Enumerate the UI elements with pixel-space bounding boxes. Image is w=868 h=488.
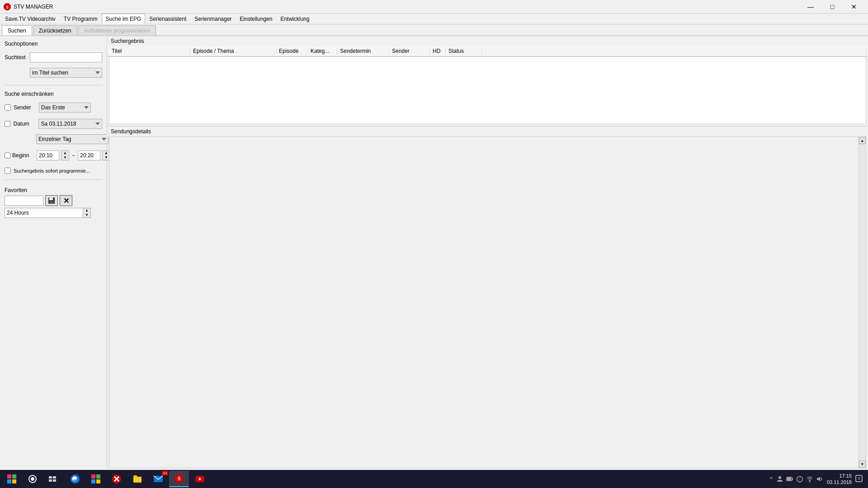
svg-text:S: S: [6, 5, 9, 9]
col-kateg: Kateg...: [308, 47, 337, 55]
datum-row: Datum Sa 03.11.2018 So 04.11.2018: [5, 119, 102, 129]
beginn-from-up[interactable]: ▲: [61, 151, 69, 155]
title-bar-controls: — □ ✕: [800, 0, 864, 14]
col-episode-thema: Episode / Thema: [190, 47, 276, 55]
search-mode-row: im Titel suchen im Thema suchen überall …: [30, 68, 102, 78]
maximize-button[interactable]: □: [822, 0, 843, 14]
search-mode-select[interactable]: im Titel suchen im Thema suchen überall …: [30, 68, 102, 78]
taskbar-app-explorer[interactable]: [127, 471, 147, 487]
favoriten-down[interactable]: ▼: [83, 213, 90, 217]
chevron-up-icon[interactable]: ^: [770, 476, 773, 482]
tab-suchen[interactable]: Suchen: [2, 25, 32, 35]
sender-checkbox[interactable]: [5, 104, 11, 111]
col-hd: HD: [430, 47, 446, 55]
taskbar: 24 S ^: [0, 470, 868, 488]
mail-badge: 24: [162, 471, 168, 475]
menu-entwicklung[interactable]: Entwicklung: [276, 14, 313, 24]
sender-row: Sender Das Erste ZDF ARD: [5, 103, 102, 113]
scroll-track: [859, 144, 866, 460]
svg-rect-17: [96, 474, 100, 479]
datum-select[interactable]: Sa 03.11.2018 So 04.11.2018: [38, 119, 102, 129]
battery-icon: [786, 475, 793, 483]
tab-zuruecksetzen[interactable]: Zurücksetzen: [33, 25, 77, 35]
menu-serienmanager[interactable]: Serienmanager: [190, 14, 236, 24]
taskbar-app-store[interactable]: [86, 471, 106, 487]
beginn-from-input[interactable]: 20:10: [37, 150, 59, 160]
taskbar-app-youtube[interactable]: [190, 471, 210, 487]
svg-point-33: [799, 480, 800, 481]
favoriten-save-button[interactable]: [45, 195, 58, 206]
person-icon: [776, 475, 783, 483]
sys-icon-group: [776, 475, 823, 483]
suchtext-input[interactable]: [30, 52, 102, 62]
beginn-dash: −: [72, 152, 75, 159]
app-icon: S: [4, 3, 11, 10]
taskbar-app-stv[interactable]: S: [169, 471, 189, 487]
svg-rect-11: [49, 476, 52, 479]
taskbar-app-edge[interactable]: [65, 471, 85, 487]
cortana-button[interactable]: [24, 471, 42, 487]
sofort-row: Suchergebnis sofort programmie...: [5, 168, 102, 174]
search-circle-icon: [28, 474, 37, 483]
details-scrollbar[interactable]: ▲ ▼: [859, 137, 866, 468]
favoriten-select-row: ▲ ▼: [5, 208, 102, 218]
col-rest: [482, 47, 866, 55]
menu-tv-programm[interactable]: TV Programm: [60, 14, 102, 24]
beginn-checkbox[interactable]: [5, 152, 10, 159]
suchergebnis-table-body[interactable]: [109, 56, 866, 124]
scroll-down-button[interactable]: ▼: [859, 460, 866, 468]
favoriten-up[interactable]: ▲: [83, 208, 90, 213]
datum-checkbox[interactable]: [5, 121, 10, 127]
close-button[interactable]: ✕: [844, 0, 864, 14]
table-header: Titel Episode / Thema Episode Kateg... S…: [107, 46, 868, 56]
menu-einstellungen[interactable]: Einstellungen: [236, 14, 276, 24]
sound-icon: [816, 475, 823, 483]
suchtext-row: Suchtext: [5, 52, 102, 62]
suchergebnis-header: Suchergebnis: [107, 36, 868, 46]
favoriten-title: Favoriten: [5, 187, 102, 193]
favoriten-select-input[interactable]: [5, 208, 83, 218]
task-view-button[interactable]: [43, 471, 61, 487]
favoriten-delete-button[interactable]: ✕: [60, 195, 72, 206]
datum-sub-row: Einzelner Tag Mehrere Tage: [36, 134, 102, 144]
col-titel: Titel: [109, 47, 190, 55]
save-icon: [47, 197, 56, 205]
svg-rect-4: [49, 201, 54, 204]
tab-aufnahmen: Aufnahmen programmieren: [78, 25, 156, 35]
scroll-up-button[interactable]: ▲: [859, 137, 866, 144]
favoriten-text-input[interactable]: [5, 196, 43, 206]
sofort-checkbox[interactable]: [5, 168, 11, 174]
sendungsdetails-body[interactable]: ▲ ▼: [109, 136, 866, 468]
favoriten-section: Favoriten ✕ ▲ ▼: [5, 187, 102, 218]
col-episode: Episode: [276, 47, 308, 55]
beginn-from-spinner: ▲ ▼: [61, 150, 69, 160]
suchergebnis-section: Suchergebnis Titel Episode / Thema Episo…: [107, 36, 868, 127]
youtube-icon: [194, 474, 205, 484]
start-button[interactable]: [2, 471, 22, 487]
taskbar-app-antivirus[interactable]: [107, 471, 127, 487]
svg-rect-3: [49, 197, 53, 200]
suchtext-label: Suchtext: [5, 54, 27, 61]
sofort-label: Suchergebnis sofort programmie...: [14, 168, 90, 174]
beginn-to-input[interactable]: 20:20: [78, 150, 100, 160]
col-status: Status: [446, 47, 482, 55]
sender-select[interactable]: Das Erste ZDF ARD: [39, 103, 91, 113]
edge-icon: [70, 474, 80, 484]
datum-sub-select[interactable]: Einzelner Tag Mehrere Tage: [36, 134, 108, 144]
datum-label: Datum: [13, 121, 36, 127]
taskbar-app-mail[interactable]: 24: [148, 471, 168, 487]
svg-point-10: [31, 477, 34, 481]
notification-button[interactable]: 3: [855, 475, 863, 483]
beginn-from-down[interactable]: ▼: [61, 155, 69, 160]
menu-suche-epg[interactable]: Suche im EPG: [102, 14, 146, 24]
svg-rect-7: [7, 479, 11, 483]
menu-save-tv[interactable]: Save.TV Videoarchiv: [1, 14, 60, 24]
minimize-button[interactable]: —: [800, 0, 821, 14]
svg-rect-12: [53, 476, 56, 479]
svg-point-34: [809, 481, 810, 483]
svg-rect-14: [53, 479, 56, 482]
store-icon: [90, 474, 101, 484]
taskbar-clock[interactable]: 17:15 03.11.2018: [827, 473, 852, 486]
right-panel: Suchergebnis Titel Episode / Thema Episo…: [107, 36, 868, 470]
menu-serienassistent[interactable]: Serienassistent: [145, 14, 190, 24]
